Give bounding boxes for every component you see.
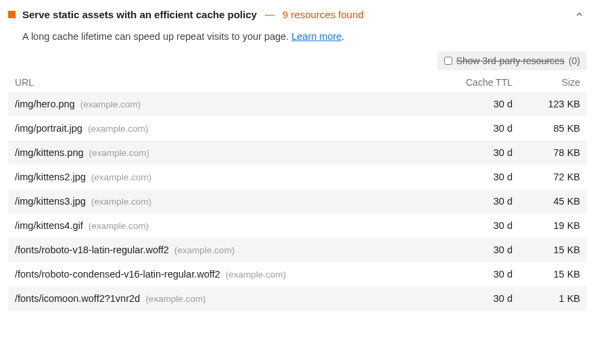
- third-party-checkbox[interactable]: [444, 57, 452, 65]
- cell-url: /img/kittens4.gif(example.com): [15, 220, 438, 231]
- cell-url: /img/kittens.png(example.com): [15, 147, 438, 158]
- cell-url: /fonts/icomoon.woff2?1vnr2d(example.com): [15, 293, 438, 304]
- url-domain: (example.com): [91, 197, 151, 207]
- audit-description: A long cache lifetime can speed up repea…: [22, 31, 587, 42]
- cell-size: 78 KB: [513, 147, 580, 158]
- table-row: /img/kittens3.jpg(example.com)30 d45 KB: [8, 189, 587, 213]
- third-party-label: Show 3rd-party resources: [456, 55, 565, 66]
- table-row: /img/portrait.jpg(example.com)30 d85 KB: [8, 116, 587, 140]
- url-domain: (example.com): [80, 99, 141, 109]
- audit-header[interactable]: Serve static assets with an efficient ca…: [8, 7, 587, 22]
- cell-size: 85 KB: [513, 123, 580, 134]
- table-row: /img/kittens4.gif(example.com)30 d19 KB: [8, 213, 587, 238]
- description-text-pre: A long cache lifetime can speed up repea…: [22, 31, 291, 42]
- url-path: /img/kittens4.gif: [15, 220, 83, 231]
- cell-url: /img/kittens2.jpg(example.com): [15, 172, 438, 182]
- col-header-size: Size: [513, 77, 580, 88]
- cell-size: 1 KB: [513, 293, 580, 304]
- cell-size: 19 KB: [513, 220, 580, 231]
- audit-summary: 9 resources found: [283, 9, 364, 20]
- url-domain: (example.com): [174, 245, 235, 255]
- status-warning-icon: [8, 11, 16, 18]
- cell-url: /img/portrait.jpg(example.com): [15, 123, 438, 134]
- third-party-count: (0): [569, 55, 580, 66]
- audit-title: Serve static assets with an efficient ca…: [22, 9, 257, 20]
- cell-ttl: 30 d: [438, 147, 513, 158]
- cell-ttl: 30 d: [438, 293, 513, 304]
- url-domain: (example.com): [89, 221, 149, 231]
- cell-url: /img/kittens3.jpg(example.com): [15, 196, 438, 207]
- url-path: /img/kittens2.jpg: [15, 172, 86, 182]
- cell-ttl: 30 d: [438, 244, 513, 255]
- cell-url: /fonts/roboto-v18-latin-regular.woff2(ex…: [15, 244, 438, 255]
- url-path: /img/portrait.jpg: [15, 123, 82, 134]
- cell-ttl: 30 d: [438, 220, 513, 231]
- url-domain: (example.com): [226, 269, 286, 280]
- table-row: /img/kittens2.jpg(example.com)30 d72 KB: [8, 165, 587, 189]
- cell-size: 15 KB: [513, 269, 580, 280]
- url-domain: (example.com): [89, 148, 149, 158]
- table-row: /img/kittens.png(example.com)30 d78 KB: [8, 140, 587, 165]
- table-row: /img/hero.png(example.com)30 d123 KB: [8, 92, 587, 116]
- table-header: URL Cache TTL Size: [8, 73, 587, 92]
- cell-url: /fonts/roboto-condensed-v16-latin-regula…: [15, 269, 438, 280]
- url-path: /fonts/roboto-v18-latin-regular.woff2: [15, 244, 169, 255]
- url-path: /img/kittens3.jpg: [15, 196, 86, 207]
- url-domain: (example.com): [91, 172, 151, 182]
- cell-size: 123 KB: [513, 99, 580, 109]
- cell-size: 45 KB: [513, 196, 580, 207]
- col-header-ttl: Cache TTL: [438, 77, 513, 88]
- url-path: /fonts/icomoon.woff2?1vnr2d: [15, 293, 140, 304]
- cell-ttl: 30 d: [438, 172, 513, 182]
- cell-ttl: 30 d: [438, 123, 513, 134]
- learn-more-link[interactable]: Learn more: [291, 31, 341, 42]
- table-row: /fonts/roboto-v18-latin-regular.woff2(ex…: [8, 238, 587, 262]
- description-text-post: .: [341, 31, 344, 42]
- cell-size: 15 KB: [513, 244, 580, 255]
- audit-panel: Serve static assets with an efficient ca…: [0, 0, 595, 316]
- table-body: /img/hero.png(example.com)30 d123 KB/img…: [8, 92, 587, 311]
- url-path: /img/hero.png: [15, 99, 75, 109]
- cell-size: 72 KB: [513, 172, 580, 182]
- resources-table: URL Cache TTL Size /img/hero.png(example…: [8, 73, 587, 311]
- table-row: /fonts/roboto-condensed-v16-latin-regula…: [8, 262, 587, 286]
- url-domain: (example.com): [145, 294, 206, 304]
- cell-ttl: 30 d: [438, 196, 513, 207]
- url-path: /fonts/roboto-condensed-v16-latin-regula…: [15, 269, 220, 280]
- url-domain: (example.com): [88, 124, 148, 134]
- cell-ttl: 30 d: [438, 269, 513, 280]
- toggle-row: Show 3rd-party resources (0): [8, 51, 587, 70]
- chevron-up-icon[interactable]: [572, 7, 587, 22]
- third-party-toggle[interactable]: Show 3rd-party resources (0): [437, 51, 587, 70]
- url-path: /img/kittens.png: [15, 147, 84, 158]
- table-row: /fonts/icomoon.woff2?1vnr2d(example.com)…: [8, 286, 587, 311]
- dash-separator: —: [265, 9, 275, 20]
- col-header-url: URL: [15, 77, 438, 88]
- cell-ttl: 30 d: [438, 99, 513, 109]
- cell-url: /img/hero.png(example.com): [15, 99, 438, 109]
